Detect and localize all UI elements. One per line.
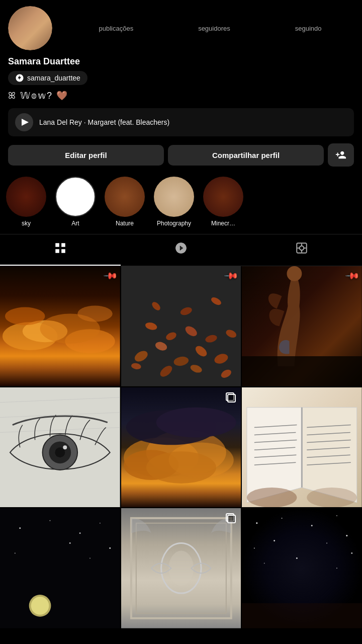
grid-cell-9[interactable] bbox=[242, 508, 362, 628]
svg-point-72 bbox=[100, 523, 101, 524]
tab-tagged[interactable] bbox=[241, 234, 362, 266]
tab-reels[interactable] bbox=[121, 234, 241, 266]
svg-point-71 bbox=[79, 533, 81, 534]
svg-point-64 bbox=[247, 488, 297, 508]
tabs-bar bbox=[0, 234, 362, 266]
grid-cell-1[interactable]: 📌 bbox=[0, 266, 120, 386]
music-title: Lana Del Rey · Margaret (feat. Bleachers… bbox=[39, 118, 169, 126]
svg-point-93 bbox=[351, 552, 353, 554]
multi-post-icon-8 bbox=[225, 512, 237, 526]
multi-post-icon-5 bbox=[225, 391, 237, 406]
grid-cell-3[interactable]: 📌 bbox=[242, 266, 362, 386]
reels-icon bbox=[174, 242, 188, 258]
svg-point-90 bbox=[254, 548, 255, 549]
share-profile-button[interactable]: Compartilhar perfil bbox=[168, 145, 324, 166]
stat-posts[interactable]: publicações bbox=[99, 25, 133, 32]
edit-profile-button[interactable]: Editar perfil bbox=[8, 145, 164, 166]
username-text: samara_duarttee bbox=[27, 74, 80, 82]
highlights-row: sky Art Nature Photography Minecr… bbox=[0, 177, 362, 227]
grid-icon bbox=[54, 242, 67, 258]
svg-point-73 bbox=[109, 547, 111, 549]
svg-rect-49 bbox=[228, 394, 235, 402]
svg-rect-97 bbox=[242, 603, 362, 628]
play-button[interactable] bbox=[15, 113, 33, 131]
highlight-minecraft[interactable]: Minecr… bbox=[203, 177, 243, 227]
svg-point-75 bbox=[69, 542, 71, 544]
music-player[interactable]: Lana Del Rey · Margaret (feat. Bleachers… bbox=[8, 108, 354, 136]
tagged-icon bbox=[295, 242, 308, 258]
svg-point-88 bbox=[336, 515, 337, 516]
threads-icon bbox=[15, 73, 24, 83]
highlight-minecraft-label: Minecr… bbox=[211, 220, 235, 227]
svg-point-39 bbox=[63, 445, 67, 449]
username-badge[interactable]: samara_duarttee bbox=[8, 71, 87, 85]
svg-point-68 bbox=[31, 597, 49, 615]
svg-point-91 bbox=[274, 540, 275, 541]
grid-cell-8[interactable] bbox=[121, 508, 241, 628]
svg-rect-83 bbox=[228, 515, 235, 523]
svg-point-94 bbox=[264, 563, 265, 564]
svg-point-9 bbox=[77, 306, 113, 322]
stats-container: publicações seguidores seguindo bbox=[66, 25, 354, 32]
action-buttons: Editar perfil Compartilhar perfil bbox=[8, 143, 354, 167]
leaves-image bbox=[121, 266, 241, 386]
svg-point-69 bbox=[19, 528, 21, 529]
profile-header: publicações seguidores seguindo Samara D… bbox=[0, 0, 362, 167]
stat-following[interactable]: seguindo bbox=[295, 25, 322, 32]
svg-point-30 bbox=[287, 266, 302, 281]
stat-followers[interactable]: seguidores bbox=[198, 25, 230, 32]
svg-point-87 bbox=[311, 525, 313, 527]
grid-cell-6[interactable] bbox=[242, 387, 362, 508]
clouds-sunset-image bbox=[0, 266, 120, 386]
highlight-sky[interactable]: sky bbox=[6, 177, 46, 227]
book-image bbox=[242, 387, 362, 508]
svg-point-2 bbox=[300, 246, 304, 251]
svg-point-92 bbox=[326, 543, 327, 544]
svg-point-47 bbox=[156, 407, 236, 437]
add-person-icon bbox=[335, 149, 346, 160]
svg-point-45 bbox=[146, 451, 216, 484]
svg-point-38 bbox=[55, 447, 65, 457]
grid-cell-7[interactable] bbox=[0, 508, 120, 628]
svg-rect-66 bbox=[0, 508, 120, 628]
highlight-photography[interactable]: Photography bbox=[154, 177, 194, 227]
architecture-image bbox=[121, 508, 241, 628]
grid-cell-5[interactable] bbox=[121, 387, 241, 508]
svg-point-70 bbox=[49, 520, 50, 521]
photo-grid: 📌 📌 bbox=[0, 266, 362, 628]
bio-emoji: ꕤ 𝕎𝕠𝕨? 🤎 bbox=[8, 90, 354, 101]
statue-image bbox=[242, 266, 362, 386]
add-friend-button[interactable] bbox=[328, 143, 354, 167]
night-sky-image bbox=[242, 508, 362, 628]
display-name: Samara Duarttee bbox=[8, 56, 354, 67]
eye-drawing-image bbox=[0, 387, 120, 508]
svg-point-8 bbox=[5, 307, 45, 326]
highlight-nature-label: Nature bbox=[116, 220, 134, 227]
grid-cell-4[interactable] bbox=[0, 387, 120, 508]
highlight-art[interactable]: Art bbox=[55, 177, 96, 227]
svg-point-96 bbox=[336, 568, 337, 569]
svg-rect-31 bbox=[242, 356, 362, 386]
profile-top: publicações seguidores seguindo bbox=[8, 6, 354, 50]
storm-clouds-image bbox=[121, 387, 241, 508]
grid-cell-2[interactable]: 📌 bbox=[121, 266, 241, 386]
svg-point-95 bbox=[296, 557, 298, 559]
svg-point-74 bbox=[15, 553, 16, 554]
svg-point-76 bbox=[89, 558, 90, 559]
highlight-sky-label: sky bbox=[22, 220, 31, 227]
highlight-photography-label: Photography bbox=[157, 220, 191, 227]
svg-point-81 bbox=[168, 551, 194, 586]
svg-point-89 bbox=[346, 535, 348, 537]
tab-grid[interactable] bbox=[0, 234, 121, 266]
highlight-nature[interactable]: Nature bbox=[105, 177, 145, 227]
avatar[interactable] bbox=[8, 6, 52, 50]
svg-point-86 bbox=[282, 518, 283, 519]
highlight-art-label: Art bbox=[71, 220, 79, 227]
moon-dark-image bbox=[0, 508, 120, 628]
svg-point-65 bbox=[307, 488, 357, 508]
svg-point-85 bbox=[256, 523, 258, 524]
